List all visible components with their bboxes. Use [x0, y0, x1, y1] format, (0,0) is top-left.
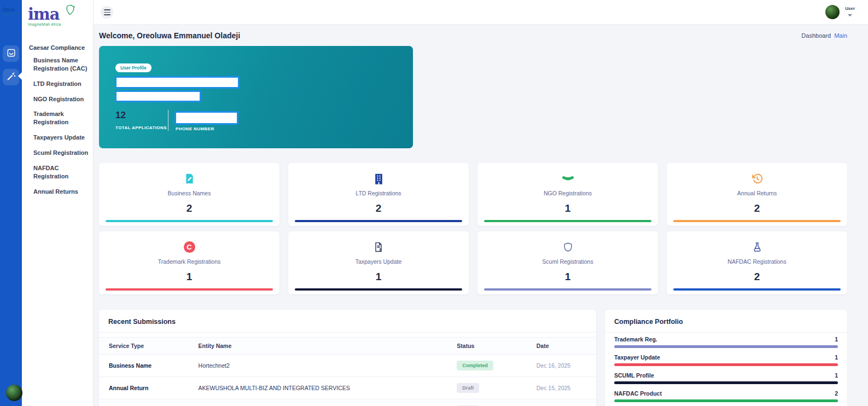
stat-accent-bar — [484, 288, 651, 291]
portfolio-bar — [614, 381, 838, 384]
stat-label: NAFDAC Registrations — [727, 258, 786, 265]
sidebar-item-nafdac-registration[interactable]: NAFDAC Registration — [22, 164, 93, 181]
user-profile-badge: User Profile — [115, 63, 152, 72]
column-header-entity-name: Entity Name — [189, 338, 447, 355]
africa-outline-icon — [65, 4, 75, 18]
portfolio-value: 1 — [835, 372, 838, 379]
home-button[interactable] — [3, 45, 19, 62]
active-item-pointer — [18, 72, 22, 80]
stat-value: 2 — [187, 202, 193, 214]
user-profile-card: User Profile 12 TOTAL APPLICATIONS PHONE… — [99, 46, 413, 148]
magic-wand-icon — [6, 71, 16, 84]
nav-rail: ima ImagineMiah Africa — [0, 0, 22, 406]
sidebar-item-trademark-registration[interactable]: Trademark Registration — [22, 110, 93, 126]
stat-value: 1 — [565, 271, 571, 283]
stat-card-ltd-registrations: LTD Registrations 2 — [288, 163, 469, 226]
cell-service-type: Annual Return — [99, 399, 189, 406]
portfolio-bar — [614, 345, 838, 348]
portfolio-value: 1 — [835, 336, 838, 343]
stat-label: LTD Registrations — [356, 190, 401, 196]
total-applications-value: 12 — [115, 110, 126, 121]
topbar: User — [94, 0, 868, 25]
stat-label: Annual Returns — [737, 190, 777, 196]
content: Welcome, Oreoluwa Emmanuel Oladeji Dashb… — [94, 25, 868, 406]
column-header-date: Date — [527, 338, 596, 355]
stat-accent-bar — [106, 288, 273, 291]
divider — [99, 332, 596, 333]
table-row[interactable]: Annual Return AKEWUSHOLA MULTI-BIZ AND I… — [99, 377, 596, 399]
stat-value: 2 — [754, 202, 760, 214]
rail-ghost-logo: ima ImagineMiah Africa — [2, 7, 20, 15]
stat-card-ngo-registrations: NGO Registrations 1 — [477, 163, 658, 226]
portfolio-bar — [614, 363, 838, 366]
sidebar-item-ngo-registration[interactable]: NGO Registration — [22, 95, 93, 103]
sidebar-section-caesar-compliance[interactable]: Caesar Compliance — [22, 44, 93, 51]
sidebar-item-taxpayers-update[interactable]: Taxpayers Update — [22, 134, 93, 142]
column-header-service-type: Service Type — [99, 338, 189, 355]
stat-accent-bar — [295, 220, 462, 222]
stat-card-scuml-registrations: Scuml Registrations 1 — [477, 231, 658, 294]
portfolio-item-trademark: Trademark Reg. 1 — [614, 336, 838, 348]
cell-entity-name: Hortechnet2 — [189, 355, 447, 377]
cell-date: Dec 15, 2025 — [527, 377, 596, 399]
redacted-name-field — [115, 76, 240, 89]
portfolio-item-scuml: SCUML Profile 1 — [614, 372, 838, 384]
stat-label: NGO Registrations — [544, 190, 592, 196]
stat-label: Scuml Registrations — [542, 258, 593, 265]
brand-tagline: ImagineMiah Africa — [28, 22, 93, 26]
portfolio-label: SCUML Profile — [614, 372, 654, 379]
stat-card-taxpayers-update: $ Taxpayers Update 1 — [288, 231, 469, 294]
stat-label: Trademark Registrations — [158, 258, 221, 265]
stat-label: Taxpayers Update — [356, 258, 402, 265]
sidebar-item-scuml-registration[interactable]: Scuml Registration — [22, 149, 93, 157]
stat-accent-bar — [484, 220, 651, 222]
building-icon — [374, 172, 384, 185]
stat-value: 1 — [376, 271, 382, 283]
menu-toggle-button[interactable] — [101, 6, 113, 19]
compliance-portfolio-title: Compliance Portfolio — [605, 310, 847, 332]
phone-number-label: PHONE NUMBER — [176, 126, 214, 131]
stat-value: 2 — [376, 202, 382, 214]
status-badge: Completed — [457, 361, 493, 370]
user-avatar[interactable] — [825, 5, 840, 19]
chevron-down-icon[interactable] — [848, 14, 852, 16]
floating-avatar[interactable] — [6, 385, 22, 401]
history-icon — [752, 172, 763, 185]
portfolio-item-nafdac: NAFDAC Product 2 — [614, 390, 838, 402]
sidebar-item-business-name-registration[interactable]: Business Name Registration (CAC) — [22, 56, 93, 73]
cell-service-type: Annual Return — [99, 377, 189, 399]
cell-entity-name: AKEWUSHOLA MULTI-BIZ AND INTEGRATED SERV… — [189, 377, 447, 399]
sidebar-menu: Caesar Compliance Business Name Registra… — [22, 44, 93, 195]
sidebar-item-ltd-registration[interactable]: LTD Registration — [22, 80, 93, 88]
page-title: Welcome, Oreoluwa Emmanuel Oladeji — [99, 31, 240, 40]
breadcrumb-dashboard[interactable]: Dashboard — [801, 32, 831, 39]
stat-card-nafdac-registrations: NAFDAC Registrations 2 — [667, 231, 847, 294]
stat-accent-bar — [295, 288, 462, 291]
compliance-portfolio-card: Compliance Portfolio Trademark Reg. 1 Ta… — [605, 310, 847, 406]
portfolio-label: NAFDAC Product — [614, 390, 662, 397]
handshake-icon — [562, 172, 574, 185]
recent-submissions-card: Recent Submissions Service Type Entity N… — [99, 310, 596, 406]
user-menu-label[interactable]: User — [845, 6, 855, 11]
cell-date: Dec 15, 2025 — [527, 399, 596, 406]
services-button[interactable] — [3, 69, 19, 85]
cell-service-type: Business Name — [99, 355, 189, 377]
stat-accent-bar — [673, 288, 841, 291]
stat-accent-bar — [106, 220, 273, 222]
copyright-icon: C — [184, 240, 195, 253]
column-header-status: Status — [447, 338, 526, 355]
sidebar-item-annual-returns[interactable]: Annual Returns — [22, 188, 93, 196]
table-row[interactable]: Business Name Hortechnet2 Completed Dec … — [99, 355, 596, 377]
table-row[interactable]: Annual Return Hortechnet Draft Dec 15, 2… — [99, 399, 596, 406]
profile-divider — [168, 110, 168, 131]
recent-submissions-title: Recent Submissions — [99, 310, 596, 332]
portfolio-value: 1 — [835, 354, 838, 361]
file-invoice-dollar-icon: $ — [373, 240, 384, 253]
breadcrumb-main[interactable]: Main — [834, 32, 847, 39]
redacted-email-field — [115, 90, 201, 102]
brand-logo[interactable]: ima ImagineMiah Africa — [22, 0, 93, 26]
stat-card-annual-returns: Annual Returns 2 — [667, 163, 847, 226]
stat-card-trademark-registrations: C Trademark Registrations 1 — [99, 231, 279, 294]
portfolio-item-taxpayer: Taxpayer Update 1 — [614, 354, 838, 366]
breadcrumb: Dashboard Main — [801, 32, 847, 39]
